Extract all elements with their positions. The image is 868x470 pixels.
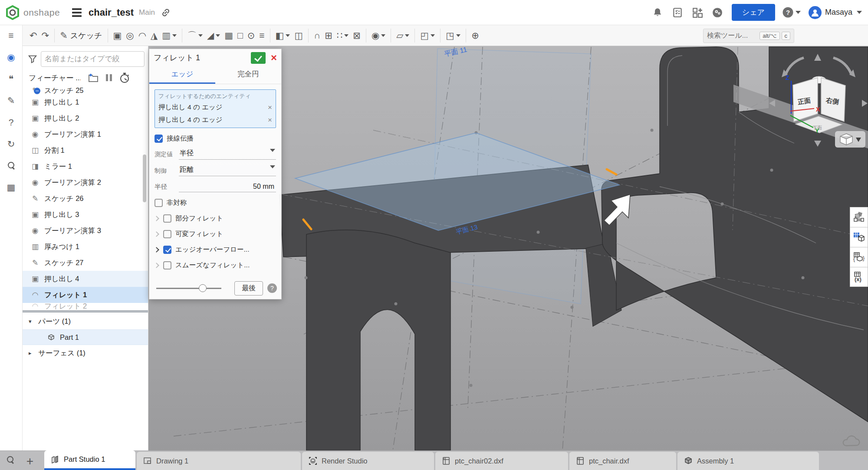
feature-tree-item[interactable]: ▣押し出し 2 — [23, 110, 148, 126]
thicken-caret-icon[interactable] — [172, 34, 177, 37]
add-tab-button[interactable]: + — [23, 454, 36, 468]
derived-button[interactable]: ◳ — [444, 29, 463, 42]
plane-caret-icon[interactable] — [405, 34, 409, 37]
modify-fillet-button[interactable]: ◉ — [369, 29, 388, 42]
rollback-timer-icon[interactable] — [119, 72, 130, 83]
feature-list-icon[interactable]: ≡ — [5, 30, 17, 42]
history-icon[interactable]: ↻ — [5, 138, 17, 150]
feature-tree-item[interactable]: ▣押し出し 4 — [23, 271, 148, 287]
feature-panel-scrollbar[interactable] — [143, 154, 146, 202]
preview-slider-knob[interactable] — [199, 284, 207, 292]
draft-button[interactable]: ◢ — [205, 29, 222, 42]
app-store-icon[interactable] — [692, 7, 703, 18]
tab-assembly-1[interactable]: Assembly 1 — [677, 452, 819, 470]
control-select[interactable]: 距離 — [179, 165, 276, 176]
preview-slider[interactable] — [156, 288, 221, 289]
hole-button[interactable]: ⊙ — [245, 29, 257, 42]
feature-tree-item[interactable]: ◉ブーリアン演算 2 — [23, 174, 148, 191]
feature-tree-item[interactable]: ◫分割 1 — [23, 142, 148, 158]
feature-tree-item[interactable]: ◠フィレット 1 — [23, 287, 148, 303]
search-tools-input[interactable]: 検索ツール... alt/⌥ c — [703, 29, 794, 43]
sketch-button[interactable]: ✎スケッチ — [58, 29, 104, 42]
parts-section-header[interactable]: ▾ パーツ (1) — [23, 313, 148, 329]
tab-drawing-1[interactable]: Drawing 1 — [137, 452, 301, 470]
smooth-fillet-checkbox[interactable] — [163, 261, 171, 270]
parts-caret-icon[interactable]: ▾ — [29, 318, 35, 325]
new-folder-icon[interactable] — [88, 72, 99, 83]
feature-tree-item[interactable]: ✎スケッチ 26 — [23, 191, 148, 207]
help-menu[interactable]: ? — [782, 7, 801, 18]
undo-button[interactable]: ↶ — [27, 29, 39, 42]
document-title[interactable]: chair_test — [89, 7, 134, 18]
tab-search-icon[interactable] — [7, 456, 14, 465]
help-cube-icon[interactable]: ? — [5, 116, 17, 128]
view-options-button[interactable] — [835, 131, 865, 148]
pattern-caret-icon[interactable] — [344, 34, 349, 37]
composite-part-button[interactable]: ◰ — [418, 29, 437, 42]
tab-part-studio-1[interactable]: Part Studio 1 — [44, 450, 135, 470]
revolve-button[interactable]: ◎ — [124, 29, 136, 42]
variable-expand-icon[interactable] — [154, 231, 159, 237]
feature-tree-item[interactable]: ▣押し出し 1 — [23, 94, 148, 110]
learning-center-icon[interactable] — [712, 7, 723, 18]
rollback-bar[interactable] — [23, 310, 148, 312]
entity-selection-box[interactable]: フィレットするためのエンティティ 押し出し 4 の エッジ × 押し出し 4 の… — [155, 89, 276, 128]
feature-tree-item[interactable]: ◨ミラー 1 — [23, 158, 148, 174]
help-icon[interactable]: ? — [782, 7, 794, 18]
feature-filter-input[interactable] — [41, 51, 145, 67]
rib-button[interactable]: ▦ — [222, 29, 235, 42]
intersect-button[interactable]: ∩ — [312, 29, 322, 42]
user-avatar[interactable] — [809, 6, 822, 19]
comments-icon[interactable]: ❝ — [5, 73, 17, 85]
tab-ptc-chair02-dxf[interactable]: ptc_chair02.dxf — [435, 452, 568, 470]
part-table-button[interactable] — [850, 227, 868, 247]
select-region-button[interactable]: ⊕ — [469, 29, 481, 42]
feature-tree-item[interactable]: ▣押し出し 3 — [23, 207, 148, 223]
plane-button[interactable]: ▱ — [394, 29, 411, 42]
fillet-caret-icon[interactable] — [198, 34, 203, 37]
derived-caret-icon[interactable] — [456, 34, 460, 37]
configuration-table-button[interactable]: } { — [850, 247, 868, 267]
user-menu-caret-icon[interactable] — [857, 11, 862, 14]
cancel-button[interactable]: × — [271, 53, 277, 63]
branch-label[interactable]: Main — [139, 8, 155, 17]
dialog-help-icon[interactable]: ? — [267, 283, 277, 293]
thread-button[interactable]: ≡ — [257, 29, 266, 42]
surfaces-caret-icon[interactable]: ▸ — [29, 350, 35, 356]
tab-edge[interactable]: エッジ — [149, 66, 215, 84]
tasks-icon[interactable] — [672, 7, 683, 18]
remove-entity-icon[interactable]: × — [268, 116, 272, 125]
pattern-button[interactable]: ∷ — [335, 29, 351, 42]
feature-tree-item[interactable]: ✎スケッチ 27 — [23, 255, 148, 271]
variable-table-button[interactable]: (x) — [850, 267, 868, 287]
partial-expand-icon[interactable] — [154, 216, 159, 221]
modify-fillet-caret-icon[interactable] — [381, 34, 385, 37]
measure-select[interactable]: 半径 — [179, 149, 276, 160]
surfaces-section-header[interactable]: ▸ サーフェス (1) — [23, 345, 148, 361]
draft-caret-icon[interactable] — [216, 34, 220, 37]
suspend-rebuild-icon[interactable] — [106, 74, 112, 81]
part-row[interactable]: Part 1 — [23, 329, 148, 345]
transform-button[interactable]: ⊞ — [322, 29, 335, 42]
tangent-propagation-checkbox[interactable] — [155, 135, 163, 143]
composite-part-caret-icon[interactable] — [431, 34, 435, 37]
extrude-button[interactable]: ▣ — [111, 29, 124, 42]
split-button[interactable]: ◫ — [292, 29, 305, 42]
sweep-button[interactable]: ◠ — [136, 29, 148, 42]
partial-fillet-checkbox[interactable] — [163, 214, 171, 223]
overflow-expand-icon[interactable] — [154, 247, 159, 253]
entity-row[interactable]: 押し出し 4 の エッジ × — [155, 114, 276, 128]
brand-text[interactable]: onshape — [23, 7, 60, 18]
feature-tree-item[interactable]: ✎スケッチ 25– — [23, 87, 148, 94]
feature-tree-item[interactable]: ◠フィレット 2 — [23, 303, 148, 309]
variable-fillet-checkbox[interactable] — [163, 230, 171, 238]
search-model-icon[interactable] — [5, 160, 17, 172]
feature-tree-item[interactable]: ▥厚みつけ 1 — [23, 239, 148, 255]
data-panels-icon[interactable]: ▦ — [5, 181, 17, 194]
entity-row[interactable]: 押し出し 4 の エッジ × — [155, 101, 276, 114]
thicken-button[interactable]: ▥ — [160, 29, 179, 42]
fillet-button[interactable]: ⌒ — [185, 29, 205, 42]
feature-tree-item[interactable]: ◉ブーリアン演算 1 — [23, 126, 148, 142]
notifications-bell-icon[interactable] — [652, 7, 663, 18]
boolean-caret-icon[interactable] — [286, 34, 290, 37]
